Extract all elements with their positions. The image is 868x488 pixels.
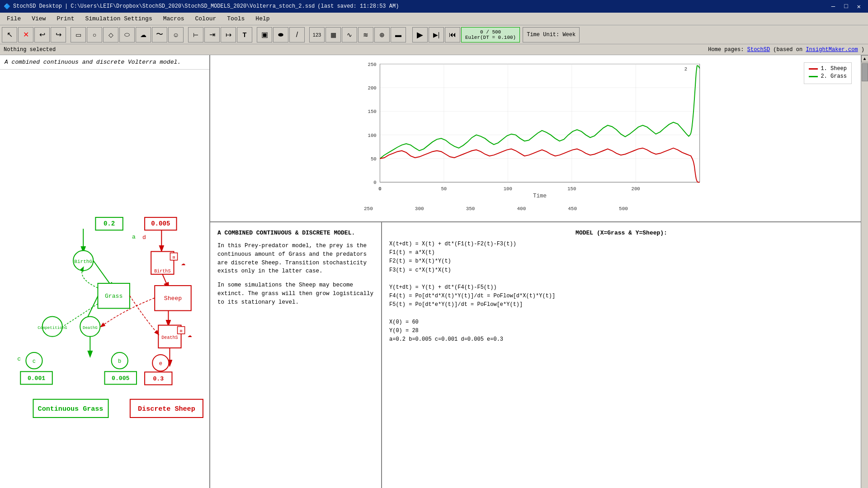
svg-text:100: 100 — [368, 133, 377, 138]
reset-button[interactable]: ⏮ — [445, 27, 460, 42]
diagram-title: A combined continuous and discrete Volte… — [0, 55, 209, 70]
param-e-value: 0.3 — [153, 375, 164, 382]
curve-tool[interactable]: ∿ — [342, 27, 357, 42]
title-left: 🔷 StochSD Desktop | C:\Users\LEIF\Dropbo… — [4, 3, 399, 10]
run-button[interactable]: ▶ — [412, 27, 428, 42]
maximize-button[interactable]: □ — [840, 2, 851, 11]
circle-tool[interactable]: ○ — [87, 27, 102, 42]
param-d-value: 0.005 — [151, 220, 170, 227]
scroll-thumb-v[interactable] — [862, 63, 868, 81]
menu-view[interactable]: View — [27, 14, 51, 24]
line-tool[interactable]: / — [289, 27, 305, 42]
minimize-button[interactable]: — — [828, 2, 839, 11]
chart-svg: 250 200 150 100 50 0 0 50 100 150 200 Ti… — [215, 60, 852, 200]
svg-text:2: 2 — [684, 66, 687, 72]
equation-line: F4(t) = Po[dt*d*X(t)*Y(t)]/dt = PoFlow[d… — [389, 292, 854, 300]
svg-text:200: 200 — [632, 186, 640, 192]
svg-rect-28 — [380, 64, 699, 183]
menu-simulation-settings[interactable]: Simulation Settings — [80, 14, 157, 24]
param-b-value: 0.005 — [112, 375, 129, 382]
text-panel-title: A COMBINED CONTINUOUS & DISCRETE MODEL. — [217, 230, 374, 236]
table-view-tool[interactable]: ▣ — [257, 27, 272, 42]
curved-tool[interactable]: 〜 — [152, 27, 167, 42]
discrete-sheep-label: Discrete Sheep — [138, 405, 195, 413]
grass-legend-label: 2. Grass — [821, 73, 847, 80]
svg-text:50: 50 — [441, 186, 447, 192]
menu-macros[interactable]: Macros — [158, 14, 189, 24]
menu-file[interactable]: File — [2, 14, 26, 24]
equation-line: Y(t+dt) = Y(t) + dt*(F4(t)-F5(t)) — [389, 283, 854, 292]
svg-text:Time: Time — [533, 193, 547, 199]
svg-text:200: 200 — [368, 85, 377, 91]
run-controls: ▶ ▶| ⏮ 0 / 500 Euler(DT = 0.100) Time Un… — [412, 27, 580, 42]
birthg-label: BirthG — [74, 259, 92, 264]
titlebar: 🔷 StochSD Desktop | C:\Users\LEIF\Dropbo… — [0, 0, 868, 13]
param-c-circle: c — [33, 358, 36, 365]
text-panel-body-1: In this Prey-predator model, the prey is… — [217, 242, 374, 276]
connect-tool[interactable]: ⊢ — [188, 27, 203, 42]
filepath: C:\Users\LEIF\Dropbox\StochSD_2020\Stoch… — [71, 3, 315, 9]
grass-color-swatch — [809, 76, 818, 77]
chart-legend: 1. Sheep 2. Grass — [804, 62, 852, 84]
close-button[interactable]: ✕ — [854, 2, 864, 11]
app-name: StochSD Desktop — [13, 3, 62, 9]
legend-sheep: 1. Sheep — [809, 66, 847, 72]
left-panel: A combined continuous and discrete Volte… — [0, 55, 210, 488]
ellipse-select-tool[interactable]: ⬬ — [273, 27, 288, 42]
equation-line: F2(t) = b*X(t)*Y(t) — [389, 257, 854, 266]
svg-text:50: 50 — [371, 156, 377, 162]
toolbar: ↖ ✕ ↩ ↪ ▭ ○ ◇ ⬭ ☁ 〜 ☺ ⊢ ⇥ ↦ T ▣ ⬬ / 123 … — [0, 25, 868, 44]
app-icon: 🔷 — [4, 3, 10, 10]
svg-text:150: 150 — [567, 186, 576, 192]
bar-tool[interactable]: ▬ — [391, 27, 406, 42]
equation-line: X(t+dt) = X(t) + dt*(F1(t)-F2(t)-F3(t)) — [389, 240, 854, 249]
select-tool[interactable]: ↖ — [2, 27, 17, 42]
flow-in-tool[interactable]: ⇥ — [204, 27, 220, 42]
equation-line: Y(0) = 28 — [389, 327, 854, 335]
equation-line — [389, 310, 854, 318]
deaths-label: DeathS — [161, 335, 178, 340]
diagram-svg: 0.2 a BirthG Grass CompetitionG Deat — [0, 70, 209, 488]
cloud-tool[interactable]: ☁ — [136, 27, 151, 42]
text-panel-body-2: In some simulations the Sheep may become… — [217, 281, 374, 306]
text-panel: A COMBINED CONTINUOUS & DISCRETE MODEL. … — [210, 222, 382, 488]
param-a-label: a — [132, 234, 136, 240]
menu-help[interactable]: Help — [250, 14, 274, 24]
redo-tool[interactable]: ↪ — [51, 27, 66, 42]
continuous-grass-label: Continuous Grass — [38, 405, 104, 413]
equation-line — [389, 275, 854, 283]
diamond-tool[interactable]: ◇ — [103, 27, 118, 42]
spiral-tool[interactable]: ⊕ — [374, 27, 390, 42]
menubar: File View Print Simulation Settings Macr… — [0, 13, 868, 25]
rectangle-tool[interactable]: ▭ — [71, 27, 86, 42]
flow-out-tool[interactable]: ↦ — [221, 27, 236, 42]
bottom-panels: A COMBINED CONTINUOUS & DISCRETE MODEL. … — [210, 222, 861, 488]
step-button[interactable]: ▶| — [429, 27, 444, 42]
svg-text:150: 150 — [368, 109, 377, 114]
title-right: — □ ✕ — [828, 2, 864, 11]
wave-tool[interactable]: ≋ — [358, 27, 373, 42]
oval-tool[interactable]: ⬭ — [119, 27, 135, 42]
homepage-info: Home pages: StochSD (based on InsightMak… — [708, 47, 864, 53]
delete-tool[interactable]: ✕ — [18, 27, 33, 42]
face-tool[interactable]: ☺ — [168, 27, 184, 42]
diagram-area: 0.2 a BirthG Grass CompetitionG Deat — [0, 70, 209, 488]
param-e-circle: e — [159, 361, 162, 367]
menu-colour[interactable]: Colour — [190, 14, 222, 24]
deaths-cloud: ☁ — [188, 331, 192, 339]
menu-print[interactable]: Print — [52, 14, 79, 24]
equation-line: F5(t) = Po[dt*e*Y(t)]/dt = PoFlow[e*Y(t)… — [389, 300, 854, 309]
param-b-circle: b — [118, 358, 121, 365]
nothing-selected-text: Nothing selected — [4, 47, 56, 53]
number-tool[interactable]: 123 — [309, 27, 325, 42]
scroll-up[interactable]: ▲ — [861, 55, 868, 62]
menu-tools[interactable]: Tools — [222, 14, 250, 24]
stochsd-link[interactable]: StochSD — [747, 47, 770, 53]
text-tool[interactable]: T — [237, 27, 252, 42]
undo-tool[interactable]: ↩ — [34, 27, 50, 42]
saved-time: (last saved: 11:28:53 AM) — [317, 3, 399, 9]
time-unit-label: Time Unit: Week — [527, 32, 576, 38]
param-a-value: 0.2 — [104, 220, 115, 227]
insightmaker-link[interactable]: InsightMaker.com — [806, 47, 858, 53]
grid-tool[interactable]: ▦ — [326, 27, 341, 42]
